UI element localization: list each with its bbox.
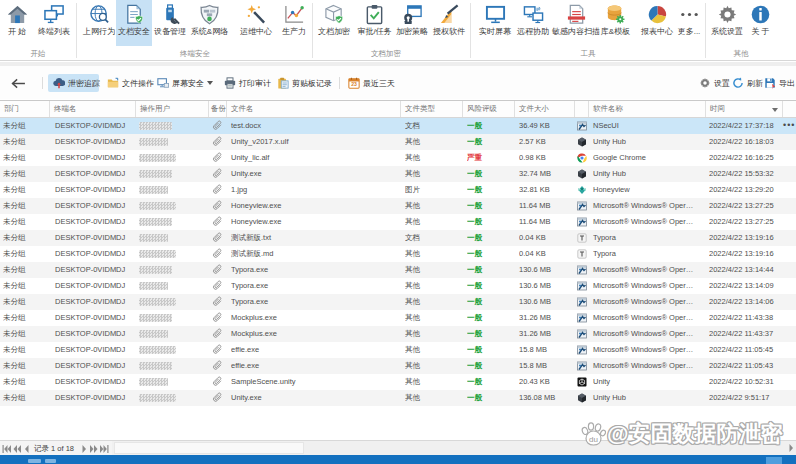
column-header-appicon[interactable] [575, 101, 589, 117]
cell-filesize: 15.8 MB [519, 342, 573, 358]
tab-file-operations[interactable]: 文件操作 [102, 74, 159, 92]
cell-user-redacted [139, 282, 168, 290]
cell-filetype: 其他 [405, 214, 461, 230]
cell-filetype: 其他 [405, 150, 461, 166]
column-header-risklevel[interactable]: 风险评级 [463, 101, 515, 117]
cell-filename: Unity.exe [231, 390, 399, 406]
cell-terminal: DESKTOP-0VIDMDJ [55, 342, 135, 358]
ribbon-item-doc-security[interactable]: 文档安全 [116, 0, 152, 46]
tab-label: 剪贴板记录 [292, 78, 332, 89]
ribbon-item-productivity[interactable]: 生产力 [280, 0, 308, 46]
cell-appname: Typora [593, 246, 705, 262]
column-header-filename[interactable]: 文件名 [227, 101, 401, 117]
ribbon-group-label: 文档加密 [371, 48, 401, 59]
pager-prev-page-button[interactable] [13, 444, 21, 453]
ribbon-item-terminal-list[interactable]: 终端列表 [35, 0, 73, 46]
ribbon-item-report-center[interactable]: 报表中心 [639, 0, 675, 46]
cell-filesize: 130.6 MB [519, 278, 573, 294]
scrollbar-right-arrow[interactable] [786, 441, 796, 455]
back-button[interactable] [9, 74, 28, 92]
table-row[interactable]: 未分组 DESKTOP-0VIDMDJ test.docx 文档 一般 36.4… [0, 118, 796, 134]
column-header-dept[interactable]: 部门 [0, 101, 50, 117]
device-management-icon [160, 3, 181, 25]
column-header-filetype[interactable]: 文件类型 [401, 101, 463, 117]
cell-filesize: 0.04 KB [519, 230, 573, 246]
table-row[interactable]: 未分组 DESKTOP-0VIDMDJ 测试新版.txt 文档 一般 0.04 … [0, 230, 796, 246]
tab-leak-trace[interactable]: 泄密追踪 [48, 74, 99, 92]
cell-appname: Google Chrome [593, 150, 705, 166]
cell-filename: 测试新版.txt [231, 230, 399, 246]
table-row[interactable]: 未分组 DESKTOP-0VIDMDJ Unity_v2017.x.ulf 其他… [0, 134, 796, 150]
table-row[interactable]: 未分组 DESKTOP-0VIDMDJ Honeyview.exe 其他 一般 … [0, 198, 796, 214]
ribbon-item-encryption-policy[interactable]: 加密策略 [394, 0, 430, 46]
tab-label: 打印审计 [239, 78, 271, 89]
ribbon-item-home[interactable]: 开 始 [2, 0, 32, 46]
pager-prev-button[interactable] [24, 444, 29, 453]
pager-next-page-button[interactable] [90, 444, 98, 453]
cell-time: 2022/4/22 11:43:38 [709, 310, 783, 326]
ribbon-item-live-screen[interactable]: 实时屏幕 [477, 0, 513, 46]
cell-filename: Unity.exe [231, 166, 399, 182]
time-filter-icon[interactable] [772, 108, 778, 112]
ribbon-item-doc-encryption[interactable]: 文档加密 [316, 0, 352, 46]
table-row[interactable]: 未分组 DESKTOP-0VIDMDJ Unity_lic.alf 其他 严重 … [0, 150, 796, 166]
ribbon-item-device-management[interactable]: 设备管理 [152, 0, 188, 46]
cell-user-redacted [139, 346, 176, 354]
table-row[interactable]: 未分组 DESKTOP-0VIDMDJ 测试新版.md 其他 一般 0.04 K… [0, 246, 796, 262]
table-row[interactable]: 未分组 DESKTOP-0VIDMDJ Typora.exe 其他 一般 130… [0, 278, 796, 294]
cell-filename: test.docx [231, 118, 399, 134]
ribbon-item-label: 生产力 [282, 27, 306, 36]
column-header-filesize[interactable]: 文件大小 [515, 101, 575, 117]
pager-next-button[interactable] [82, 444, 87, 453]
table-row[interactable]: 未分组 DESKTOP-0VIDMDJ Mockplus.exe 其他 一般 3… [0, 310, 796, 326]
ribbon-item-authorized-software[interactable]: 授权软件 [431, 0, 467, 46]
cell-time: 2022/4/22 13:19:16 [709, 230, 783, 246]
cell-filetype: 文档 [405, 230, 461, 246]
cell-filetype: 其他 [405, 278, 461, 294]
table-row[interactable]: 未分组 DESKTOP-0VIDMDJ Unity.exe 其他 一般 32.7… [0, 166, 796, 182]
cell-appname: Unity [593, 374, 705, 390]
ribbon-item-about[interactable]: 关 于 [746, 0, 775, 46]
ribbon-item-label: 上网行为 [83, 27, 115, 36]
column-header-backup[interactable]: 备份 [209, 101, 227, 117]
ribbon-item-web-activity[interactable]: 上网行为 [81, 0, 117, 46]
ribbon: 开 始 终端列表 上网行为 文档安全 设备管理 系统&网络 运维中心 [0, 0, 796, 61]
table-row[interactable]: 未分组 DESKTOP-0VIDMDJ Unity.exe 其他 一般 136.… [0, 390, 796, 406]
table-row[interactable]: 未分组 DESKTOP-0VIDMDJ Typora.exe 其他 一般 130… [0, 262, 796, 278]
cell-appname: Microsoft® Windows® Oper… [593, 198, 705, 214]
pager-last-button[interactable] [100, 444, 109, 453]
tab-clipboard-record[interactable]: 剪贴板记录 [272, 74, 337, 92]
column-header-user[interactable]: 操作用户 [136, 101, 209, 117]
ribbon-item-ops-center[interactable]: 运维中心 [238, 0, 274, 46]
cell-filetype: 其他 [405, 246, 461, 262]
ribbon-item-system-settings[interactable]: 系统设置 [709, 0, 745, 46]
scrollbar-thumb[interactable] [114, 442, 304, 454]
table-row[interactable]: 未分组 DESKTOP-0VIDMDJ Mockplus.exe 其他 一般 3… [0, 326, 796, 342]
ribbon-item-more[interactable]: 更多... [675, 0, 703, 46]
ribbon-item-remote-assist[interactable]: 远程协助 [515, 0, 551, 46]
doc-security-icon [124, 3, 145, 25]
cell-filename: Typora.exe [231, 262, 399, 278]
tab-print-audit[interactable]: 打印审计 [219, 74, 276, 92]
table-row[interactable]: 未分组 DESKTOP-0VIDMDJ Honeyview.exe 其他 一般 … [0, 214, 796, 230]
cell-time: 2022/4/22 16:18:03 [709, 134, 783, 150]
ribbon-item-library-template[interactable]: 库&模板 [599, 0, 632, 46]
row-actions-button[interactable]: ••• [783, 118, 795, 134]
ribbon-item-approval-tasks[interactable]: 审批/任务 [355, 0, 394, 46]
ribbon-item-sensitive-scan[interactable]: 敏感内容扫描 [552, 0, 600, 46]
table-row[interactable]: 未分组 DESKTOP-0VIDMDJ effie.exe 其他 一般 15.8… [0, 358, 796, 374]
table-row[interactable]: 未分组 DESKTOP-0VIDMDJ Typora.exe 其他 一般 130… [0, 294, 796, 310]
cell-filename: effie.exe [231, 342, 399, 358]
ribbon-item-system-network[interactable]: 系统&网络 [189, 0, 230, 46]
pager-first-button[interactable] [2, 444, 11, 453]
table-row[interactable]: 未分组 DESKTOP-0VIDMDJ effie.exe 其他 一般 15.8… [0, 342, 796, 358]
ribbon-group-separator [705, 3, 706, 58]
column-header-terminal[interactable]: 终端名 [50, 101, 136, 117]
date-range-filter[interactable]: 最近三天 [343, 74, 400, 92]
column-header-appname[interactable]: 软件名称 [589, 101, 706, 117]
tab-screen-security[interactable]: 屏幕安全 [152, 74, 218, 92]
table-row[interactable]: 未分组 DESKTOP-0VIDMDJ SampleScene.unity 其他… [0, 374, 796, 390]
export-button[interactable]: 导出 [759, 74, 796, 92]
table-row[interactable]: 未分组 DESKTOP-0VIDMDJ 1.jpg 图片 一般 32.81 KB… [0, 182, 796, 198]
sensitive-scan-icon [566, 3, 587, 25]
